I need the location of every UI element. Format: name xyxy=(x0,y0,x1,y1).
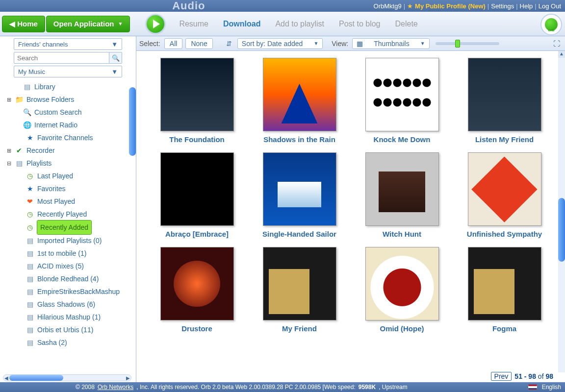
friends-channels-dropdown[interactable]: Friends' channels▼ xyxy=(14,38,122,50)
sort-dropdown[interactable]: Sort by: Date added▼ xyxy=(237,38,323,49)
album-card[interactable]: Unfinished Sympathy xyxy=(458,152,551,238)
hscroll-thumb[interactable] xyxy=(9,375,63,381)
fullscreen-icon[interactable]: ⛶ xyxy=(551,40,562,48)
album-card[interactable]: Single-Handed Sailor xyxy=(253,152,346,238)
album-title: Fogma xyxy=(458,324,551,333)
search-button[interactable]: 🔍 xyxy=(109,52,122,64)
clock-icon: ◷ xyxy=(26,221,34,234)
public-profile-link[interactable]: My Public Profile (New) xyxy=(415,2,486,10)
tree-favorites[interactable]: ★Favorites xyxy=(4,182,134,195)
title-bar: Audio OrbMktg9| ★ My Public Profile (New… xyxy=(0,0,565,12)
album-card[interactable]: The Foundation xyxy=(150,58,244,144)
tree-playlists[interactable]: ⊟▤Playlists xyxy=(4,157,134,170)
chevron-down-icon: ▼ xyxy=(111,41,118,48)
thumbnail-size-slider[interactable] xyxy=(436,42,499,45)
album-title: Witch Hunt xyxy=(355,230,449,238)
playlist-icon: ▤ xyxy=(26,272,34,285)
tree-playlist-item[interactable]: ▤Blonde Redhead (4) xyxy=(4,272,134,285)
playlist-icon: ▤ xyxy=(26,311,34,323)
album-art xyxy=(468,58,541,131)
add-to-playlist-action[interactable]: Add to playlist xyxy=(275,20,324,28)
content-scrollbar[interactable] xyxy=(558,198,565,262)
album-art xyxy=(468,247,541,320)
album-title: Unfinished Sympathy xyxy=(458,230,551,238)
album-art xyxy=(365,58,439,131)
sort-toggle-icon[interactable]: ⇵ xyxy=(224,40,234,48)
thumbnail-grid: The Foundation Shadows in the Rain Knock… xyxy=(136,51,565,333)
album-card[interactable]: Witch Hunt xyxy=(355,152,449,238)
select-all-button[interactable]: All xyxy=(164,38,183,49)
user-link[interactable]: OrbMktg9 xyxy=(374,2,402,10)
album-card[interactable]: Drustore xyxy=(150,247,244,333)
resume-action[interactable]: Resume xyxy=(179,20,208,28)
tree-internet-radio[interactable]: 🌐Internet Radio xyxy=(4,119,134,131)
play-button[interactable] xyxy=(146,14,165,34)
sidebar-scrollbar[interactable] xyxy=(129,87,136,156)
album-card[interactable]: Abraço [Embrace] xyxy=(150,152,244,238)
tree-playlist-item[interactable]: ▤EmpireStrikesBackMashup xyxy=(4,285,134,298)
logout-link[interactable]: Log Out xyxy=(539,2,561,10)
post-to-blog-action[interactable]: Post to blog xyxy=(339,20,381,28)
scroll-right-icon[interactable]: ▶ xyxy=(125,375,131,381)
tree-library[interactable]: ▤Library xyxy=(4,80,134,93)
web-speed: 9598K xyxy=(359,384,376,391)
album-card[interactable]: Fogma xyxy=(458,247,551,333)
tree-browse-folders[interactable]: ⊞📁Browse Folders xyxy=(4,93,134,106)
tree-most-played[interactable]: ❤Most Played xyxy=(4,195,134,208)
open-application-button[interactable]: Open Application▼ xyxy=(46,16,130,32)
content-area: The Foundation Shadows in the Rain Knock… xyxy=(136,51,565,372)
album-art xyxy=(468,152,541,226)
tree-recorder[interactable]: ⊞✔Recorder xyxy=(4,144,134,157)
tree-last-played[interactable]: ◷Last Played xyxy=(4,170,134,182)
tree-playlist-item[interactable]: ▤ACID mixes (5) xyxy=(4,260,134,272)
search-input[interactable] xyxy=(14,52,109,64)
status-bar: © 2008 Orb Networks , Inc. All rights re… xyxy=(0,382,565,392)
album-art xyxy=(160,247,234,320)
tree-custom-search[interactable]: 🔍Custom Search xyxy=(4,106,134,119)
language-selector[interactable]: English xyxy=(542,384,561,391)
tree-playlist-item[interactable]: ▤Hilarious Mashup (1) xyxy=(4,311,134,323)
album-card[interactable]: My Friend xyxy=(253,247,346,333)
flag-icon xyxy=(528,384,537,390)
album-title: Knock Me Down xyxy=(355,135,449,144)
album-title: Drustore xyxy=(150,324,244,333)
delete-action[interactable]: Delete xyxy=(395,20,418,28)
album-card[interactable]: Knock Me Down xyxy=(355,58,449,144)
star-icon: ★ xyxy=(26,131,34,144)
clock-icon: ◷ xyxy=(26,170,34,182)
chevron-down-icon: ▼ xyxy=(111,68,118,75)
scroll-left-icon[interactable]: ◀ xyxy=(3,375,9,381)
playlist-icon: ▤ xyxy=(26,323,34,336)
slider-knob[interactable] xyxy=(455,40,460,48)
home-button[interactable]: ◀ Home xyxy=(2,16,45,32)
tree-playlist-item[interactable]: ▤1st to mobile (1) xyxy=(4,247,134,260)
select-none-button[interactable]: None xyxy=(185,38,212,49)
tree-recently-played[interactable]: ◷Recently Played xyxy=(4,208,134,220)
tree-favorite-channels[interactable]: ★Favorite Channels xyxy=(4,131,134,144)
settings-link[interactable]: Settings xyxy=(491,2,514,10)
scroll-up-icon[interactable]: ▲ xyxy=(558,51,565,58)
star-icon: ★ xyxy=(26,182,34,195)
library-icon: ▤ xyxy=(23,80,31,93)
orb-logo[interactable]: orb xyxy=(540,14,562,35)
tree-playlist-item[interactable]: ▤Sasha (2) xyxy=(4,336,134,349)
album-card[interactable]: Listen My Friend xyxy=(458,58,551,144)
search-icon: 🔍 xyxy=(23,106,31,119)
download-action[interactable]: Download xyxy=(223,20,260,28)
album-card[interactable]: Omid (Hope) xyxy=(355,247,449,333)
tree-imported-playlists[interactable]: ▤Imported Playlists (0) xyxy=(4,234,134,247)
album-art xyxy=(365,247,439,320)
source-dropdown[interactable]: My Music▼ xyxy=(14,66,122,77)
sidebar-hscroll[interactable]: ◀ ▶ xyxy=(3,374,131,381)
tree-playlist-item[interactable]: ▤Glass Shadows (6) xyxy=(4,298,134,311)
tree-recently-added[interactable]: ◷Recently Added xyxy=(4,220,134,234)
prev-page-button[interactable]: Prev xyxy=(491,372,512,381)
view-dropdown[interactable]: ▦Thumbnails▼ xyxy=(352,38,429,49)
company-link[interactable]: Orb Networks xyxy=(98,384,133,391)
select-label: Select: xyxy=(139,40,160,48)
tree-playlist-item[interactable]: ▤Orbis et Urbis (11) xyxy=(4,323,134,336)
toolbar: ◀ Home Open Application▼ Resume Download… xyxy=(0,12,565,36)
help-link[interactable]: Help xyxy=(520,2,533,10)
album-card[interactable]: Shadows in the Rain xyxy=(253,58,346,144)
playlist-icon: ▤ xyxy=(26,260,34,272)
